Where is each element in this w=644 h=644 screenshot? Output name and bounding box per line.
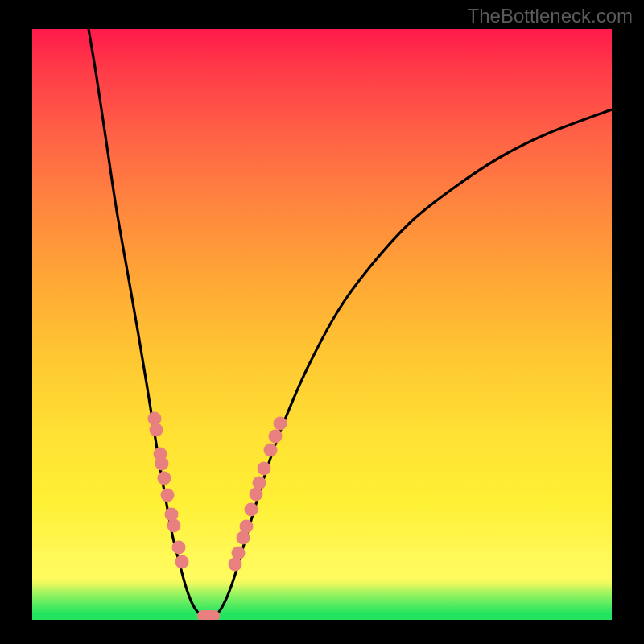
data-dot	[232, 547, 246, 560]
data-dot	[264, 444, 278, 457]
data-dot	[258, 462, 271, 476]
plot-area	[32, 29, 612, 620]
data-dot	[155, 457, 169, 471]
left-dot-cluster	[148, 412, 189, 569]
chart-overlay	[32, 29, 612, 620]
watermark-text: TheBottleneck.com	[468, 5, 633, 27]
v-curve	[89, 29, 612, 618]
data-dot	[175, 555, 189, 569]
right-dot-cluster	[229, 417, 287, 572]
data-dot	[253, 477, 266, 490]
data-dot	[161, 489, 175, 502]
data-dot	[269, 430, 283, 444]
data-dot	[245, 503, 258, 517]
data-dot	[172, 541, 186, 555]
data-dot	[150, 423, 163, 437]
data-dot	[274, 417, 287, 431]
data-dot	[158, 472, 171, 485]
data-dot	[167, 519, 181, 533]
data-dot	[165, 508, 179, 522]
data-dot	[240, 520, 254, 534]
bottom-capsule	[197, 610, 220, 620]
